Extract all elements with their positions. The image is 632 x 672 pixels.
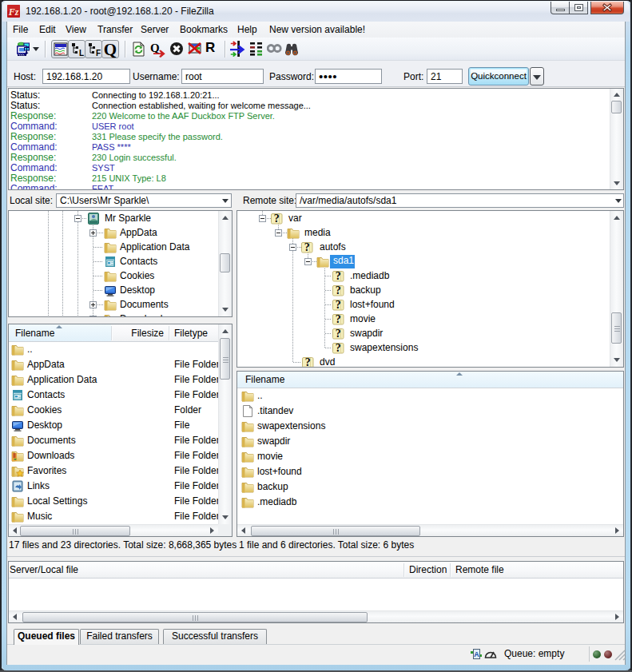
- svg-text:F: F: [96, 49, 101, 58]
- svg-text:L: L: [79, 49, 84, 58]
- svg-text:A: A: [474, 650, 479, 658]
- svg-text:Fz: Fz: [8, 6, 19, 18]
